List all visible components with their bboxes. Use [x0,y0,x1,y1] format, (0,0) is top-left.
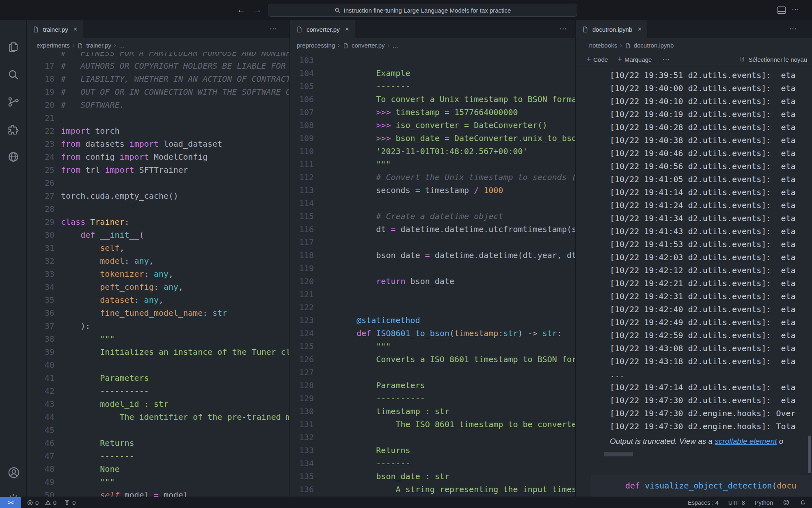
feedback-smiley-icon[interactable] [783,499,790,506]
line-number: 107 [290,106,314,119]
notebook-output-log[interactable]: [10/22 19:39:51 d2.utils.events]: eta[10… [576,67,812,435]
line-number: 133 [290,444,314,457]
code-token [95,230,100,240]
code-token: # LIABILITY, WHETHER IN AN ACTION OF CON… [61,74,289,84]
encoding-setting[interactable]: UTF-8 [728,499,745,506]
breadcrumb-trail[interactable]: … [392,42,398,49]
line-content: None [54,462,120,475]
code-token: Parameters [337,380,425,390]
add-markdown-cell-button[interactable]: + Marquage [618,55,652,64]
warning-icon [45,499,51,506]
nav-forward-button[interactable]: → [251,3,264,16]
line-content: self, [54,241,125,254]
line-number: 40 [27,358,54,371]
globe-icon[interactable] [7,150,20,163]
log-line: [10/22 19:41:14 d2.utils.events]: eta [610,186,812,199]
breadcrumb-folder[interactable]: notebooks [589,42,617,49]
language-mode[interactable]: Python [755,499,773,506]
code-line: 129 ---------- [290,392,575,405]
line-number: 131 [290,418,314,431]
code-token: , [149,256,154,266]
command-search-input[interactable]: Instruction fine-tuning Large Language M… [268,4,577,17]
tab-docutron-ipynb[interactable]: docutron.ipynb × [576,20,647,38]
code-line: 43 model_id : str [27,397,289,410]
explorer-files-icon[interactable] [7,41,20,54]
ports-indicator[interactable]: 0 [64,499,76,506]
code-token: from [61,139,80,149]
account-icon[interactable] [7,466,20,479]
line-number: 124 [290,327,314,340]
line-content: Example [314,67,410,80]
code-token: = [391,224,395,234]
breadcrumb-trail[interactable]: … [119,42,125,49]
line-content: # SOFTWARE. [54,98,125,111]
add-code-cell-button[interactable]: + Code [587,55,608,64]
code-line: 48 None [27,462,289,475]
line-content: # AUTHORS OR COPYRIGHT HOLDERS BE LIABLE… [54,59,289,72]
source-control-icon[interactable] [7,95,20,108]
extensions-icon[interactable] [7,123,20,136]
code-line: 47 ------- [27,449,289,462]
file-icon [77,43,83,49]
horizontal-scrollbar-thumb[interactable] [604,452,633,456]
editor-trainer-py[interactable]: # FITNESS FOR A PARTICULAR PURPOSE AND N… [27,52,289,497]
notebook-more-icon[interactable]: ⋯ [662,55,670,64]
editor-actions-more-icon[interactable]: ⋯ [789,24,797,33]
code-line: # FITNESS FOR A PARTICULAR PURPOSE AND N… [27,52,289,59]
code-token [61,308,100,318]
ports-count: 0 [72,499,76,506]
tab-close-icon[interactable]: × [637,25,641,33]
breadcrumb-file[interactable]: trainer.py [86,42,111,49]
breadcrumb-folder[interactable]: experiments [37,42,70,49]
problems-indicator[interactable]: 0 0 [27,499,56,506]
editor-actions-more-icon[interactable]: ⋯ [559,24,567,33]
log-line: [10/22 19:41:43 d2.utils.events]: eta [610,225,812,238]
breadcrumb-left: experiments › trainer.py › … [37,38,125,52]
layout-panel-icon[interactable] [776,5,787,15]
group-divider[interactable] [575,20,576,497]
code-line: 33 tokenizer: any, [27,267,289,280]
breadcrumb-file[interactable]: converter.py [352,42,385,49]
code-token: timestamp = 1577664000000 [391,107,518,117]
indentation-setting[interactable]: Espaces : 4 [688,499,719,506]
code-token: timestamp [420,185,474,195]
notifications-bell-icon[interactable] [799,499,806,506]
group-divider[interactable] [289,20,290,497]
editor-converter-py[interactable]: 103104 Example105 -------106 To convert … [290,52,575,497]
code-token: model [100,256,124,266]
notebook-code-cell[interactable]: def visualize_object_detection(docu [591,475,812,497]
tab-close-icon[interactable]: × [73,25,78,33]
breadcrumb-folder[interactable]: preprocessing [297,42,335,49]
code-line: 118 bson_date = datetime.datetime(dt.yea… [290,249,575,262]
line-content: from datasets import load_dataset [54,137,222,150]
code-token: # SOFTWARE. [61,100,125,110]
editor-actions-more-icon[interactable]: ⋯ [270,24,277,33]
tab-converter-py[interactable]: converter.py × [290,20,355,38]
line-content: class Trainer: [54,215,130,228]
breadcrumb-file[interactable]: docutron.ipynb [634,42,674,49]
chevron-right-icon: › [73,42,75,48]
nav-back-button[interactable]: ← [235,3,248,16]
code-token: >>> [376,133,391,143]
line-content [54,202,61,215]
code-token: , [159,295,164,305]
code-token: : [125,217,130,227]
tab-close-icon[interactable]: × [345,25,349,33]
vertical-scrollbar-thumb[interactable] [808,436,811,473]
code-token: str [503,328,518,338]
code-token [61,295,100,305]
code-token: import [105,165,134,175]
tab-trainer-py[interactable]: trainer.py × [27,20,83,38]
line-number: 110 [290,145,314,158]
remote-indicator[interactable]: >< [0,497,21,508]
titlebar-more-icon[interactable]: ⋯ [792,5,799,14]
code-token: : [134,295,144,305]
scrollable-element-link[interactable]: scrollable element [715,437,777,445]
code-token: torch.cuda.empty_cache() [61,191,178,201]
code-token: ( [449,328,454,338]
code-token [479,185,484,195]
search-sidebar-icon[interactable] [7,68,20,81]
select-kernel-button[interactable]: Sélectionner le noyau [739,56,812,63]
line-content: bson_date = datetime.datetime(dt.year, d… [314,249,575,262]
line-number: 46 [27,436,54,449]
